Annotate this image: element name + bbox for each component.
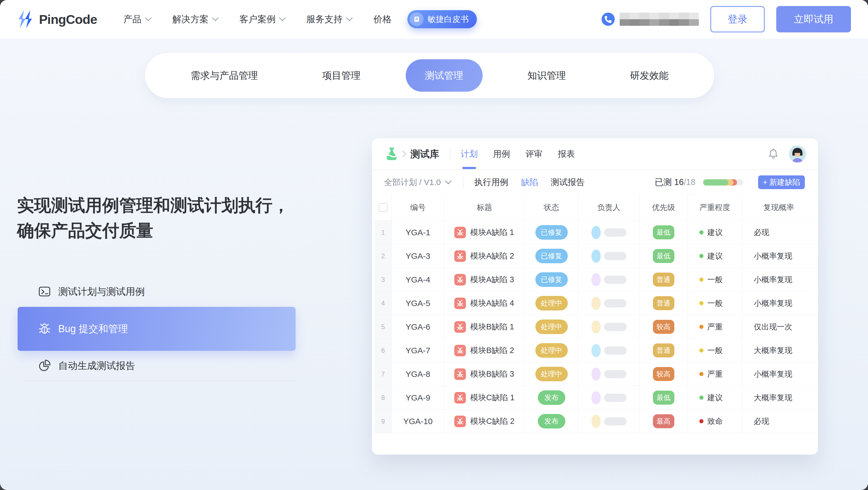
user-avatar[interactable]	[789, 145, 806, 163]
header-right: 登录 立即试用	[601, 6, 851, 32]
nav-item-solutions[interactable]: 解决方案	[172, 13, 219, 26]
action-run-cases[interactable]: 执行用例	[474, 176, 508, 188]
chevron-down-icon	[279, 17, 286, 22]
tab-plan[interactable]: 计划	[461, 148, 478, 160]
nav-item-support[interactable]: 服务支持	[306, 13, 353, 26]
pingcode-logo[interactable]: PingCode	[17, 10, 97, 29]
priority-badge: 普通	[653, 272, 674, 287]
whitepaper-badge[interactable]: 敏捷白皮书	[407, 10, 477, 28]
tab-review[interactable]: 评审	[525, 148, 542, 160]
priority-badge: 较高	[653, 320, 674, 334]
bug-icon	[454, 392, 466, 403]
assignee-name-skeleton	[604, 370, 626, 378]
assignee-name-skeleton	[604, 275, 626, 284]
phone-contact[interactable]	[601, 12, 699, 26]
issue-title[interactable]: 模块B缺陷 3	[444, 362, 525, 386]
severity-dot	[699, 254, 704, 258]
assignee-name-skeleton	[604, 252, 626, 260]
tab-cases[interactable]: 用例	[493, 148, 510, 160]
column-header-priority: 优先级	[640, 195, 688, 221]
tab-knowledge[interactable]: 知识管理	[508, 59, 585, 92]
issue-title[interactable]: 模块A缺陷 4	[444, 292, 525, 315]
try-now-button[interactable]: 立即试用	[776, 6, 851, 32]
issue-title[interactable]: 模块C缺陷 2	[444, 410, 525, 433]
issue-title[interactable]: 模块A缺陷 2	[444, 244, 525, 268]
issue-title[interactable]: 模块B缺陷 2	[444, 339, 525, 362]
pie-chart-icon	[38, 359, 51, 372]
feature-bug-management[interactable]: Bug 提交和管理	[18, 307, 296, 351]
assignee-avatar	[591, 273, 601, 286]
nav-item-pricing[interactable]: 价格	[373, 13, 392, 26]
action-defects[interactable]: 缺陷	[521, 176, 538, 188]
tab-efficiency[interactable]: 研发效能	[611, 59, 688, 92]
tab-reports[interactable]: 报表	[558, 148, 575, 160]
status-cell: 处理中	[525, 315, 579, 339]
action-test-report[interactable]: 测试报告	[551, 176, 585, 188]
feature-test-plan[interactable]: 测试计划与测试用例	[18, 277, 296, 306]
priority-badge: 普通	[653, 296, 674, 310]
table-row[interactable]: 5 YGA-6 模块B缺陷 1 处理中 较高 严重 仅出现一次	[375, 315, 815, 339]
table-row[interactable]: 4 YGA-5 模块A缺陷 4 处理中 普通 一般 小概率复现	[375, 292, 815, 315]
severity-dot	[699, 396, 704, 400]
defect-table: 编号 标题 状态 负责人 优先级 严重程度 复现概率 1 YGA-1 模块A缺陷	[375, 194, 815, 433]
bug-icon	[454, 250, 466, 262]
plan-selector-dropdown[interactable]: 全部计划 / V1.0	[384, 177, 452, 188]
issue-id: YGA-8	[392, 362, 444, 386]
priority-badge: 最高	[653, 414, 674, 428]
divider	[18, 381, 296, 381]
table-row[interactable]: 1 YGA-1 模块A缺陷 1 已修复 最低 建议 必现	[375, 221, 815, 244]
tested-count: 已测 16/18	[655, 176, 695, 188]
severity-cell: 致命	[688, 410, 742, 433]
table-row[interactable]: 6 YGA-7 模块B缺陷 2 处理中 普通 一般 大概率复现	[375, 339, 815, 362]
priority-badge: 普通	[653, 344, 674, 357]
issue-title[interactable]: 模块C缺陷 1	[444, 386, 525, 410]
status-badge: 已修复	[535, 249, 568, 263]
row-number: 9	[375, 410, 392, 433]
terminal-icon	[38, 285, 51, 298]
table-row[interactable]: 8 YGA-9 模块C缺陷 1 发布 最低 建议 大概率复现	[375, 386, 815, 410]
priority-badge: 最低	[653, 225, 674, 239]
probability-cell: 大概率复现	[742, 386, 815, 410]
column-header-severity: 严重程度	[688, 195, 742, 221]
issue-id: YGA-4	[392, 268, 444, 292]
assignee-cell	[579, 339, 640, 362]
status-badge: 处理中	[535, 296, 568, 311]
nav-item-products[interactable]: 产品	[123, 13, 152, 26]
status-cell: 已修复	[525, 244, 579, 268]
table-row[interactable]: 9 YGA-10 模块C缺陷 2 发布 最高 致命 必现	[375, 410, 815, 433]
column-header-id: 编号	[392, 195, 444, 221]
nav-item-customers[interactable]: 客户案例	[239, 13, 286, 26]
table-row[interactable]: 7 YGA-8 模块B缺陷 3 处理中 较高 严重 小概率复现	[375, 362, 815, 386]
tab-requirements[interactable]: 需求与产品管理	[172, 59, 277, 92]
login-button[interactable]: 登录	[710, 6, 765, 32]
bell-icon[interactable]	[767, 148, 780, 160]
severity-cell: 严重	[688, 315, 742, 339]
status-cell: 发布	[525, 386, 579, 410]
library-tabs: 计划 用例 评审 报表	[461, 148, 575, 160]
tab-projects[interactable]: 项目管理	[303, 59, 380, 92]
new-defect-button[interactable]: + 新建缺陷	[758, 175, 805, 189]
table-row[interactable]: 3 YGA-4 模块A缺陷 3 已修复 普通 一般 小概率复现	[375, 268, 815, 292]
issue-title[interactable]: 模块A缺陷 3	[444, 268, 525, 292]
window-toolbar: 全部计划 / V1.0 执行用例 缺陷 测试报告 已测 16/18 + 新建缺陷	[372, 170, 818, 194]
severity-cell: 一般	[688, 268, 742, 292]
select-all-checkbox[interactable]	[379, 203, 388, 212]
probability-cell: 小概率复现	[742, 244, 815, 268]
status-badge: 处理中	[535, 320, 568, 334]
product-tabbar: 需求与产品管理 项目管理 测试管理 知识管理 研发效能	[145, 53, 714, 98]
row-number: 6	[375, 339, 392, 362]
issue-title[interactable]: 模块B缺陷 1	[444, 315, 525, 339]
status-cell: 已修复	[525, 268, 579, 292]
feature-test-report[interactable]: 自动生成测试报告	[18, 351, 296, 381]
priority-badge: 最低	[653, 391, 674, 404]
priority-cell: 较高	[640, 315, 688, 339]
assignee-cell	[579, 221, 640, 244]
severity-cell: 一般	[688, 292, 742, 315]
assignee-cell	[579, 410, 640, 433]
table-row[interactable]: 2 YGA-3 模块A缺陷 2 已修复 最低 建议 小概率复现	[375, 244, 815, 268]
assignee-cell	[579, 292, 640, 315]
tab-testing[interactable]: 测试管理	[406, 59, 483, 92]
severity-dot	[699, 372, 704, 376]
bug-icon	[454, 368, 466, 380]
issue-title[interactable]: 模块A缺陷 1	[444, 221, 525, 244]
